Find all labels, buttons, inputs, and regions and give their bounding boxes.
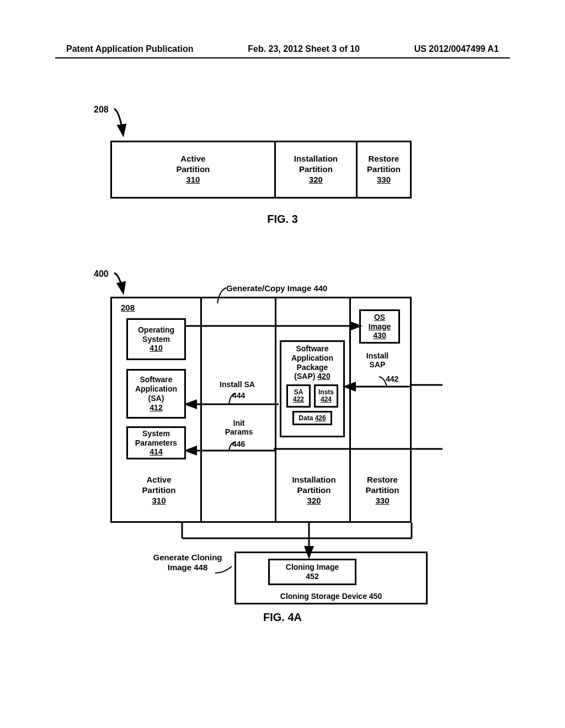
fig3-install-partition: Installation Partition 320 — [276, 142, 358, 197]
generate-copy-label: Generate/Copy Image 440 — [226, 283, 327, 293]
fig3-partition-table: Active Partition 310 Installation Partit… — [110, 141, 412, 199]
fig4-ref-label: 400 — [94, 269, 109, 279]
fig3-ref-arrow — [113, 108, 133, 141]
cloning-storage-device: Cloning Image 452 Cloning Storage Device… — [234, 552, 428, 604]
fig3-restore-partition: Restore Partition 330 — [358, 142, 410, 197]
header-rule — [55, 57, 510, 58]
install-sap-origin — [412, 383, 445, 388]
fig3-active-partition: Active Partition 310 — [112, 142, 276, 197]
fig3-caption: FIG. 3 — [0, 213, 565, 226]
header-center: Feb. 23, 2012 Sheet 3 of 10 — [248, 44, 360, 54]
cloning-image-box: Cloning Image 452 — [268, 559, 356, 585]
fig4-container: 208 Operating System 410 Software Applic… — [110, 297, 412, 523]
fig4a-caption: FIG. 4A — [0, 611, 565, 624]
init-params-origin — [274, 447, 445, 452]
cloning-device-label: Cloning Storage Device 450 — [236, 592, 426, 601]
page-header: Patent Application Publication Feb. 23, … — [66, 44, 499, 54]
fig3-ref-label: 208 — [94, 105, 109, 115]
fig4-ref-arrow — [113, 272, 133, 297]
fig4-arrows — [112, 298, 413, 524]
header-right: US 2012/0047499 A1 — [414, 44, 499, 54]
header-left: Patent Application Publication — [66, 44, 194, 54]
